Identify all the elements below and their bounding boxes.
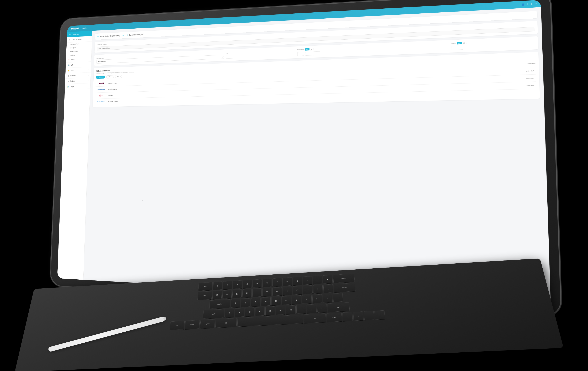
topbar-settings-icon[interactable]: ⚙	[526, 3, 529, 5]
unit-group: Unit 2	[226, 50, 295, 58]
key-cmd-r[interactable]: ⌘	[304, 313, 326, 323]
destination-point: ✈ Bangalore, India (BLR)	[126, 33, 144, 36]
key-down[interactable]: ↓	[364, 311, 374, 320]
key-p[interactable]: P	[303, 285, 312, 294]
key-7[interactable]: 7	[273, 278, 282, 287]
key-capslock[interactable]: caps lock	[209, 299, 230, 309]
weight-lb-button[interactable]: LB	[462, 42, 467, 44]
airline-filter-button[interactable]: Airline ▾	[106, 75, 114, 78]
key-r[interactable]: R	[242, 289, 252, 298]
key-k[interactable]: K	[302, 295, 312, 304]
emirates-logo-text: Emirates	[99, 94, 103, 98]
key-f[interactable]: F	[261, 297, 271, 306]
emirates-logo-area: Emirates	[95, 94, 107, 97]
key-z[interactable]: Z	[224, 309, 234, 318]
key-equals[interactable]: =	[323, 275, 333, 284]
topbar-grid-icon[interactable]: ⊞	[531, 3, 532, 5]
dim-height-input[interactable]: 50	[313, 51, 320, 55]
key-semicolon[interactable]: ;	[323, 294, 333, 303]
weight-kg-button[interactable]: KG	[457, 42, 462, 44]
key-period[interactable]: .	[306, 304, 316, 313]
key-fn[interactable]: fn	[170, 321, 185, 330]
key-e[interactable]: E	[232, 289, 242, 298]
key-left[interactable]: ←	[342, 312, 353, 321]
key-4[interactable]: 4	[242, 280, 252, 288]
key-v[interactable]: V	[255, 307, 265, 316]
key-quote[interactable]: '	[333, 293, 343, 302]
unit-input[interactable]: 2	[226, 55, 234, 59]
key-o[interactable]: O	[293, 286, 302, 295]
dim-in-button[interactable]: IN	[310, 48, 314, 50]
emirates-logo: Emirates	[99, 94, 103, 97]
topbar-more-icon[interactable]: •••	[535, 3, 537, 5]
key-b[interactable]: B	[265, 306, 275, 315]
key-minus[interactable]: -	[313, 276, 322, 284]
weight-input[interactable]: 47	[452, 46, 463, 50]
key-bracket-r[interactable]: ]	[323, 284, 333, 293]
key-cmd-l[interactable]: ⌘	[215, 318, 237, 328]
key-right[interactable]: →	[374, 310, 385, 319]
key-q[interactable]: Q	[212, 291, 222, 299]
key-6[interactable]: 6	[262, 279, 272, 287]
all-filters-button[interactable]: ≡ All Filters	[96, 76, 105, 79]
key-option[interactable]: option	[200, 319, 215, 328]
key-delete[interactable]: delete	[333, 273, 355, 283]
weight-label-row: Weight KG LB	[452, 39, 535, 44]
key-shift-l[interactable]: shift	[203, 309, 224, 319]
price-filter-button[interactable]: Price ▾	[115, 75, 122, 78]
key-escape[interactable]: esc	[198, 282, 212, 291]
key-c[interactable]: C	[245, 307, 254, 316]
share-icon	[67, 75, 69, 77]
price-filter-chevron: ▾	[120, 76, 121, 77]
key-n[interactable]: N	[276, 306, 285, 315]
key-9[interactable]: 9	[293, 277, 302, 285]
main-layout: ⊞ Dashboard 🏷 Fast Commerce ▾ Get Spot P…	[57, 7, 551, 307]
key-s[interactable]: S	[241, 298, 250, 307]
key-g[interactable]: G	[271, 297, 281, 306]
key-slash[interactable]: /	[317, 304, 327, 313]
logo-sub: by Neurofleet	[70, 29, 79, 30]
key-j[interactable]: J	[292, 295, 301, 304]
key-option-r[interactable]: option	[326, 313, 342, 322]
chevron-right-icon-network: ›	[88, 74, 89, 76]
topbar-user-icon[interactable]: 👤	[522, 3, 525, 6]
key-tab[interactable]: tab	[197, 291, 212, 300]
key-u[interactable]: U	[273, 287, 282, 296]
sidebar-item-ledger[interactable]: 📊 Ledger ›	[65, 83, 91, 89]
sidebar-label-alerts: Alerts	[71, 69, 74, 71]
key-i[interactable]: I	[283, 286, 292, 295]
sidebar-item-settings[interactable]: ⚙ Settings ›	[65, 78, 91, 84]
key-w[interactable]: W	[222, 290, 232, 299]
key-8[interactable]: 8	[283, 277, 292, 286]
breadcrumb: > FastFlow	[81, 27, 88, 29]
key-1[interactable]: 1	[213, 282, 222, 290]
key-shift-r[interactable]: shift	[327, 302, 350, 312]
key-bracket-l[interactable]: [	[313, 285, 323, 294]
key-3[interactable]: 3	[232, 280, 242, 289]
key-a[interactable]: A	[231, 299, 240, 308]
key-l[interactable]: L	[312, 294, 322, 303]
key-comma[interactable]: ,	[296, 305, 306, 314]
key-0[interactable]: 0	[303, 276, 312, 285]
dim-width-input[interactable]: 40	[305, 52, 312, 56]
dimensions-group: Dimensions CM IN 50	[297, 43, 449, 56]
dim-cm-button[interactable]: CM	[305, 48, 309, 51]
sidebar-item-network[interactable]: Network ›	[65, 73, 91, 79]
key-up[interactable]: ↑	[353, 311, 364, 321]
sidebar-item-alerts[interactable]: 🔔 Alerts ›	[65, 67, 91, 73]
key-y[interactable]: Y	[262, 288, 272, 296]
dim-length-input[interactable]: 50	[297, 52, 304, 56]
key-control[interactable]: control	[185, 320, 200, 329]
key-d[interactable]: D	[251, 298, 260, 307]
unit-label: Unit	[226, 50, 295, 55]
location-icon: 📍	[68, 59, 70, 61]
key-h[interactable]: H	[282, 296, 291, 305]
key-return[interactable]: return	[333, 283, 356, 292]
key-5[interactable]: 5	[252, 279, 262, 288]
key-m[interactable]: M	[286, 305, 295, 314]
key-2[interactable]: 2	[223, 281, 232, 290]
sidebar-label-fast-commerce: Fast Commerce	[72, 38, 82, 41]
key-space[interactable]	[237, 315, 303, 327]
key-x[interactable]: X	[235, 308, 244, 317]
key-t[interactable]: T	[252, 288, 262, 297]
